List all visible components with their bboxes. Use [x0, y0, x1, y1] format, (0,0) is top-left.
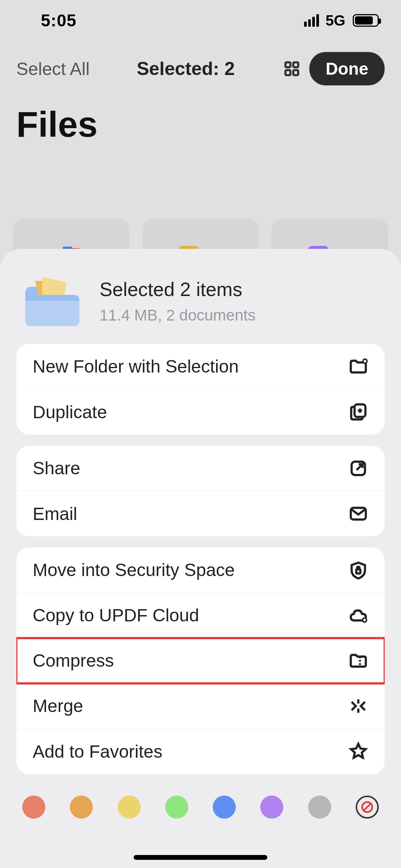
new-folder-add-icon: [348, 357, 368, 377]
signal-icon: [304, 14, 319, 27]
battery-icon: [353, 14, 379, 27]
action-label: Merge: [33, 696, 83, 716]
action-label: Compress: [33, 650, 114, 671]
action-share[interactable]: Share: [16, 446, 385, 491]
sheet-title: Selected 2 items: [100, 278, 255, 300]
selection-toolbar: Select All Selected: 2 Done: [0, 41, 401, 93]
action-duplicate[interactable]: Duplicate: [16, 389, 385, 435]
action-copy-to-updf-cloud[interactable]: Copy to UPDF Cloud: [16, 593, 385, 638]
tag-color-row: [16, 785, 385, 833]
action-label: Email: [33, 504, 77, 524]
action-label: Share: [33, 458, 80, 478]
svg-rect-2: [286, 70, 290, 75]
action-label: Add to Favorites: [33, 741, 163, 762]
select-all-button[interactable]: Select All: [16, 59, 89, 79]
action-group: Move into Security Space Copy to UPDF Cl…: [16, 547, 385, 774]
open-folder-icon: [20, 273, 83, 329]
no-entry-icon: [361, 800, 374, 814]
merge-icon: [348, 696, 368, 716]
mail-icon: [348, 504, 368, 524]
tag-color-gray[interactable]: [308, 796, 331, 819]
tag-color-blue[interactable]: [213, 796, 236, 819]
svg-line-16: [364, 804, 371, 810]
action-sheet: Selected 2 items 11.4 MB, 2 documents Ne…: [0, 249, 401, 868]
tag-color-purple[interactable]: [260, 796, 283, 819]
action-label: Duplicate: [33, 402, 107, 422]
selected-count-label: Selected: 2: [97, 58, 274, 79]
action-merge[interactable]: Merge: [16, 683, 385, 729]
star-icon: [348, 741, 368, 761]
action-group: Share Email: [16, 446, 385, 536]
action-label: New Folder with Selection: [33, 356, 239, 377]
action-move-security-space[interactable]: Move into Security Space: [16, 547, 385, 593]
tag-color-yellow[interactable]: [118, 796, 141, 819]
status-bar: 5:05 5G: [0, 0, 401, 41]
tag-color-green[interactable]: [165, 796, 188, 819]
svg-rect-0: [286, 62, 290, 67]
action-email[interactable]: Email: [16, 491, 385, 536]
action-label: Copy to UPDF Cloud: [33, 605, 199, 625]
duplicate-icon: [348, 402, 368, 422]
status-indicators: 5G: [304, 12, 379, 29]
sheet-subtitle: 11.4 MB, 2 documents: [100, 306, 255, 324]
network-label: 5G: [326, 12, 345, 29]
view-grid-button[interactable]: [282, 59, 302, 79]
zip-folder-icon: [348, 651, 368, 671]
share-icon: [348, 458, 368, 478]
svg-rect-3: [293, 70, 298, 75]
tag-color-red[interactable]: [22, 796, 45, 819]
page-title: Files: [0, 93, 401, 145]
status-time: 5:05: [41, 10, 76, 30]
sheet-header: Selected 2 items 11.4 MB, 2 documents: [16, 268, 385, 344]
action-add-to-favorites[interactable]: Add to Favorites: [16, 729, 385, 774]
svg-rect-1: [293, 62, 298, 67]
shield-lock-icon: [348, 560, 368, 580]
done-button[interactable]: Done: [309, 52, 385, 85]
action-new-folder-with-selection[interactable]: New Folder with Selection: [16, 344, 385, 389]
tag-clear-button[interactable]: [356, 796, 379, 819]
tag-color-orange[interactable]: [70, 796, 93, 819]
action-label: Move into Security Space: [33, 560, 235, 580]
cloud-add-icon: [348, 605, 368, 625]
home-indicator[interactable]: [134, 855, 267, 860]
action-compress[interactable]: Compress: [16, 638, 385, 683]
action-group: New Folder with Selection Duplicate: [16, 344, 385, 435]
grid-icon: [283, 60, 300, 77]
svg-rect-13: [356, 569, 360, 573]
